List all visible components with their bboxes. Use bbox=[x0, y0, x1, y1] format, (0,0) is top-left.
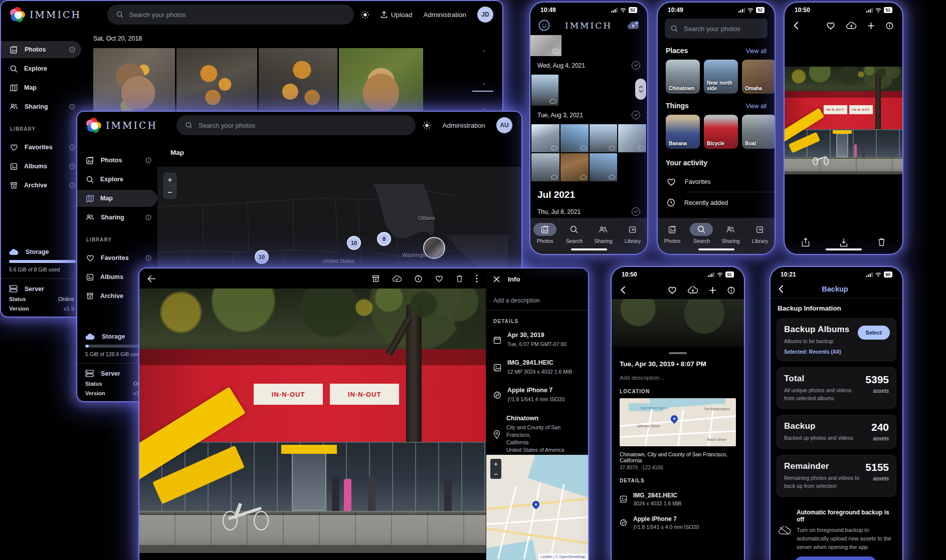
photo-thumbnail[interactable] bbox=[560, 153, 589, 181]
info-circle-icon[interactable] bbox=[727, 287, 735, 294]
select-all-check-icon[interactable] bbox=[632, 207, 640, 216]
nav-tab-library[interactable]: Library bbox=[745, 223, 775, 244]
cloud-check-icon[interactable] bbox=[393, 275, 402, 282]
sidebar-item-map[interactable]: Map bbox=[1, 79, 81, 96]
more-options-kebab-icon[interactable] bbox=[476, 274, 478, 283]
home-indicator[interactable] bbox=[826, 248, 862, 250]
add-description-input[interactable]: Add a description bbox=[486, 290, 588, 311]
cloud-upload-icon[interactable] bbox=[688, 287, 698, 294]
map-zoom-control[interactable]: + − bbox=[163, 173, 176, 199]
heart-icon[interactable] bbox=[668, 286, 677, 294]
trash-icon[interactable] bbox=[878, 238, 885, 246]
photo-in-n-out[interactable]: IN-N-OUT IN-N-OUT bbox=[139, 289, 486, 553]
info-circle-icon[interactable] bbox=[69, 47, 75, 53]
sidebar-item-map[interactable]: Map bbox=[77, 190, 157, 207]
upload-button[interactable]: Upload bbox=[381, 11, 413, 19]
photo-thumbnail[interactable] bbox=[339, 48, 423, 121]
search-input[interactable]: Search your photos bbox=[176, 115, 416, 135]
share-icon[interactable] bbox=[802, 237, 810, 247]
sidebar-item-favorites[interactable]: Favorites bbox=[77, 249, 157, 266]
activity-recently-added[interactable]: Recently added bbox=[658, 192, 775, 213]
user-avatar[interactable]: JD bbox=[477, 7, 493, 23]
close-icon[interactable] bbox=[493, 276, 500, 283]
sidebar-item-albums[interactable]: Albums bbox=[1, 158, 81, 175]
photo-thumbnail[interactable] bbox=[531, 153, 559, 181]
profile-avatar-icon[interactable] bbox=[538, 20, 550, 31]
nav-tab-photos[interactable]: Photos bbox=[658, 223, 687, 244]
home-indicator[interactable] bbox=[698, 248, 734, 250]
sidebar-item-photos[interactable]: Photos bbox=[77, 152, 157, 169]
timeline-position-indicator[interactable] bbox=[472, 91, 493, 92]
turn-on-foreground-backup-button[interactable]: Turn on foreground backup bbox=[795, 556, 876, 560]
nav-tab-sharing[interactable]: Sharing bbox=[589, 223, 618, 244]
map-attribution[interactable]: Leaflet | © OpenStreetMap bbox=[538, 553, 588, 560]
back-chevron-icon[interactable] bbox=[779, 285, 784, 293]
photo-bottom-strip[interactable] bbox=[612, 299, 744, 347]
sidebar-item-sharing[interactable]: Sharing bbox=[77, 209, 157, 226]
photo-thumbnail[interactable] bbox=[560, 124, 589, 152]
zoom-in-button[interactable]: + bbox=[490, 459, 501, 469]
places-view-all-link[interactable]: View all bbox=[746, 48, 767, 55]
detail-minimap[interactable]: + − Leaflet | © OpenStreetMap bbox=[486, 455, 588, 560]
cloud-upload-icon[interactable] bbox=[846, 22, 856, 29]
plus-icon[interactable] bbox=[709, 287, 716, 294]
info-circle-icon[interactable] bbox=[69, 163, 75, 169]
detail-row-location[interactable]: Chinatown City and County of San Francis… bbox=[486, 409, 588, 460]
scrollbar-drag-handle[interactable] bbox=[635, 79, 646, 100]
nav-tab-search[interactable]: Search bbox=[687, 223, 716, 244]
thing-card[interactable]: Bicycle bbox=[704, 115, 738, 149]
add-description-input[interactable]: Add description... bbox=[612, 370, 744, 383]
back-chevron-icon[interactable] bbox=[794, 22, 799, 30]
administration-link[interactable]: Administration bbox=[423, 11, 466, 19]
photo-thumbnail[interactable] bbox=[531, 124, 559, 152]
place-card[interactable]: Omaha bbox=[742, 60, 775, 94]
minimap-zoom-control[interactable]: + − bbox=[490, 459, 501, 479]
photo-thumbnail[interactable] bbox=[531, 75, 558, 106]
info-circle-icon[interactable] bbox=[69, 104, 75, 110]
info-circle-icon[interactable] bbox=[145, 157, 151, 163]
user-avatar[interactable]: AU bbox=[496, 117, 512, 133]
sidebar-item-sharing[interactable]: Sharing bbox=[1, 98, 81, 115]
theme-toggle-sun-icon[interactable] bbox=[423, 121, 431, 130]
select-albums-button[interactable]: Select bbox=[858, 326, 890, 340]
nav-tab-search[interactable]: Search bbox=[559, 223, 589, 244]
theme-toggle-sun-icon[interactable] bbox=[361, 11, 369, 19]
select-all-check-icon[interactable] bbox=[632, 111, 640, 119]
administration-link[interactable]: Administration bbox=[442, 122, 485, 129]
photo-thumbnail[interactable] bbox=[530, 35, 561, 56]
sidebar-item-photos[interactable]: Photos bbox=[1, 41, 81, 58]
photo-thumbnail[interactable] bbox=[590, 124, 618, 152]
zoom-out-button[interactable]: − bbox=[490, 469, 501, 479]
place-card[interactable]: Near north side bbox=[704, 60, 738, 94]
sidebar-item-archive[interactable]: Archive bbox=[1, 177, 81, 194]
select-all-check-icon[interactable] bbox=[632, 61, 640, 70]
map-cluster[interactable]: 10 bbox=[255, 250, 269, 264]
photo-thumbnail[interactable] bbox=[618, 124, 646, 152]
back-arrow-icon[interactable] bbox=[147, 275, 156, 283]
zoom-out-button[interactable]: − bbox=[164, 186, 176, 198]
cloud-upload-icon[interactable] bbox=[627, 21, 639, 30]
sheet-drag-handle[interactable] bbox=[669, 352, 687, 354]
photo-thumbnail[interactable] bbox=[590, 153, 618, 181]
back-chevron-icon[interactable] bbox=[621, 286, 626, 294]
heart-icon[interactable] bbox=[826, 22, 835, 30]
immich-logo[interactable]: IMMICH bbox=[86, 118, 161, 133]
trash-icon[interactable] bbox=[456, 275, 463, 283]
home-indicator[interactable] bbox=[571, 248, 607, 250]
things-view-all-link[interactable]: View all bbox=[746, 103, 767, 110]
sidebar-item-favorites[interactable]: Favorites bbox=[1, 139, 81, 156]
info-circle-icon[interactable] bbox=[145, 255, 151, 261]
activity-favorites[interactable]: Favorites bbox=[658, 172, 775, 192]
photo-thumbnail[interactable] bbox=[259, 48, 337, 121]
place-card[interactable]: Chinatown bbox=[666, 60, 700, 94]
info-circle-icon[interactable] bbox=[69, 182, 75, 188]
info-circle-icon[interactable] bbox=[145, 214, 151, 220]
search-input[interactable]: Search your photos bbox=[107, 5, 354, 25]
sidebar-item-explore[interactable]: Explore bbox=[77, 171, 157, 188]
photo-thumbnail[interactable] bbox=[176, 48, 257, 121]
nav-tab-library[interactable]: Library bbox=[618, 223, 647, 244]
nav-tab-sharing[interactable]: Sharing bbox=[716, 223, 745, 244]
map-photo-marker[interactable] bbox=[423, 237, 445, 259]
info-circle-icon[interactable] bbox=[886, 22, 893, 30]
plus-icon[interactable] bbox=[867, 22, 875, 30]
